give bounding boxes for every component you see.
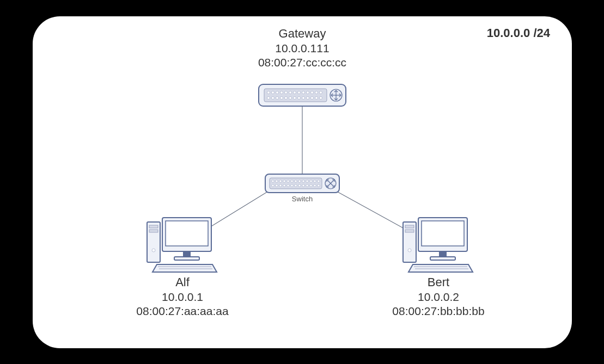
svg-point-27 xyxy=(320,97,322,100)
svg-point-8 xyxy=(294,91,296,94)
svg-point-58 xyxy=(318,184,320,187)
svg-rect-69 xyxy=(174,257,199,260)
svg-point-40 xyxy=(298,180,301,182)
svg-point-51 xyxy=(291,184,293,187)
svg-point-41 xyxy=(302,180,304,182)
svg-point-5 xyxy=(280,91,283,94)
svg-rect-79 xyxy=(439,251,447,257)
svg-point-22 xyxy=(298,97,301,100)
svg-point-76 xyxy=(408,249,411,252)
svg-point-54 xyxy=(302,184,304,187)
svg-point-4 xyxy=(276,91,279,94)
alf-label: Alf 10.0.0.1 08:00:27:aa:aa:aa xyxy=(112,275,253,318)
svg-rect-74 xyxy=(405,225,414,228)
svg-point-18 xyxy=(280,97,283,100)
svg-rect-68 xyxy=(183,251,191,257)
svg-point-46 xyxy=(272,184,274,187)
svg-rect-32 xyxy=(270,178,322,189)
svg-point-57 xyxy=(314,184,316,187)
svg-point-38 xyxy=(291,180,293,182)
svg-rect-64 xyxy=(149,230,158,232)
svg-point-55 xyxy=(306,184,308,187)
svg-point-65 xyxy=(152,249,155,252)
svg-point-2 xyxy=(267,91,270,94)
bert-label: Bert 10.0.0.2 08:00:27:bb:bb:bb xyxy=(368,275,509,318)
gateway-name: Gateway xyxy=(231,26,373,41)
svg-point-34 xyxy=(276,180,278,182)
svg-point-24 xyxy=(307,97,309,100)
svg-point-37 xyxy=(287,180,289,182)
router-icon xyxy=(259,84,346,106)
svg-point-43 xyxy=(310,180,312,182)
svg-rect-80 xyxy=(430,257,455,260)
link-switch-bert xyxy=(335,190,414,234)
pc-icon-bert xyxy=(403,218,473,272)
diagram-panel: 10.0.0.0 /24 xyxy=(33,16,572,348)
svg-point-50 xyxy=(287,184,289,187)
svg-point-36 xyxy=(283,180,285,182)
svg-point-35 xyxy=(279,180,282,182)
svg-point-39 xyxy=(295,180,297,182)
svg-point-17 xyxy=(276,97,279,100)
svg-point-16 xyxy=(272,97,274,100)
svg-point-33 xyxy=(272,180,274,182)
svg-point-19 xyxy=(285,97,288,100)
svg-point-15 xyxy=(267,97,270,100)
svg-rect-63 xyxy=(149,225,158,228)
bert-mac: 08:00:27:bb:bb:bb xyxy=(368,304,509,318)
svg-point-11 xyxy=(307,91,309,94)
gateway-label: Gateway 10.0.0.111 08:00:27:cc:cc:cc xyxy=(231,26,373,70)
alf-mac: 08:00:27:aa:aa:aa xyxy=(112,304,253,318)
svg-point-13 xyxy=(315,91,318,94)
svg-point-3 xyxy=(272,91,274,94)
svg-point-45 xyxy=(318,180,320,182)
svg-point-48 xyxy=(279,184,282,187)
svg-point-21 xyxy=(294,97,296,100)
alf-name: Alf xyxy=(112,275,253,290)
svg-point-44 xyxy=(314,180,316,182)
alf-ip: 10.0.0.1 xyxy=(112,290,253,304)
svg-point-25 xyxy=(311,97,314,100)
svg-rect-75 xyxy=(405,230,414,232)
gateway-mac: 08:00:27:cc:cc:cc xyxy=(231,55,373,70)
svg-rect-78 xyxy=(422,221,464,246)
svg-marker-81 xyxy=(408,264,473,272)
svg-point-47 xyxy=(276,184,278,187)
bert-name: Bert xyxy=(368,275,509,290)
svg-rect-67 xyxy=(166,221,208,246)
switch-label: Switch xyxy=(280,195,324,203)
svg-point-23 xyxy=(302,97,305,100)
gateway-ip: 10.0.0.111 xyxy=(231,41,373,55)
svg-point-26 xyxy=(315,97,318,100)
svg-point-49 xyxy=(283,184,285,187)
switch-icon xyxy=(265,174,339,193)
svg-point-56 xyxy=(310,184,312,187)
pc-icon-alf xyxy=(147,218,217,272)
svg-point-52 xyxy=(295,184,297,187)
svg-point-12 xyxy=(311,91,314,94)
svg-point-20 xyxy=(289,97,292,100)
svg-point-53 xyxy=(298,184,301,187)
bert-ip: 10.0.0.2 xyxy=(368,290,509,304)
svg-point-7 xyxy=(289,91,292,94)
svg-point-6 xyxy=(285,91,288,94)
svg-marker-70 xyxy=(152,264,217,272)
svg-point-14 xyxy=(320,91,322,94)
svg-rect-1 xyxy=(264,89,327,102)
svg-point-42 xyxy=(306,180,308,182)
svg-point-9 xyxy=(298,91,301,94)
svg-point-10 xyxy=(302,91,305,94)
